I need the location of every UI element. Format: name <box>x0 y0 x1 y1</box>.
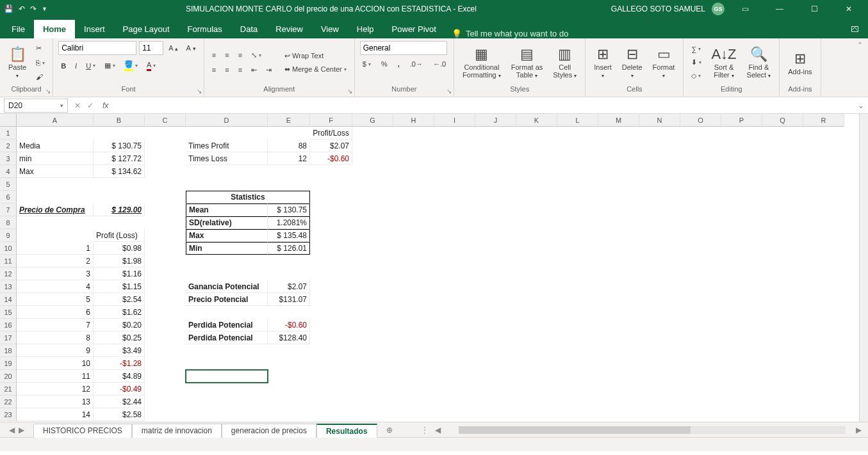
cell-A14[interactable]: 5 <box>17 293 94 306</box>
cell-E13[interactable]: $2.07 <box>268 280 310 293</box>
cell-B15[interactable]: $1.62 <box>94 306 145 319</box>
cell-E8[interactable]: 1.2081% <box>268 216 310 229</box>
cell-B19[interactable]: -$1.28 <box>94 357 145 370</box>
cell-A3[interactable]: min <box>17 152 94 165</box>
cell-F3[interactable]: -$0.60 <box>310 152 352 165</box>
format-as-table-button[interactable]: ▤Format asTable ▾ <box>508 44 546 81</box>
save-icon[interactable]: 💾 <box>4 4 13 13</box>
spreadsheet-grid[interactable]: ABCDEFGHIJKLMNOPQR 123456789101112131415… <box>0 114 868 422</box>
enter-formula-icon[interactable]: ✓ <box>87 101 94 110</box>
row-header-5[interactable]: 5 <box>0 178 17 191</box>
tab-data[interactable]: Data <box>231 20 266 38</box>
paste-button[interactable]: 📋 Paste▾ <box>5 44 29 81</box>
user-avatar[interactable]: GS <box>712 3 725 15</box>
cell-B23[interactable]: $2.58 <box>94 408 145 421</box>
col-header-R[interactable]: R <box>803 114 844 127</box>
cell-A11[interactable]: 2 <box>17 255 94 267</box>
cell-B4[interactable]: $ 134.62 <box>94 165 145 178</box>
sheet-tab-3[interactable]: Resultados <box>316 424 377 438</box>
cell-B3[interactable]: $ 127.72 <box>94 152 145 165</box>
wrap-text-button[interactable]: ↩ Wrap Text <box>282 51 349 61</box>
tab-review[interactable]: Review <box>266 20 312 38</box>
align-right-button[interactable]: ≡ <box>236 65 245 76</box>
addins-button[interactable]: ⊞Add-ins <box>785 49 815 77</box>
row-header-10[interactable]: 10 <box>0 242 17 255</box>
cell-B10[interactable]: $0.98 <box>94 242 145 255</box>
cell-B9[interactable]: Profit (Loss) <box>94 229 145 242</box>
col-header-D[interactable]: D <box>186 114 268 127</box>
cell-A23[interactable]: 14 <box>17 408 94 421</box>
row-header-15[interactable]: 15 <box>0 306 17 319</box>
cell-E14[interactable]: $131.07 <box>268 293 310 306</box>
cell-D10[interactable]: Min <box>186 242 268 255</box>
increase-indent-button[interactable]: ⇥ <box>263 65 274 76</box>
qat-dropdown-icon[interactable]: ▼ <box>42 6 47 12</box>
cell-D17[interactable]: Perdida Potencial <box>186 331 268 344</box>
col-header-M[interactable]: M <box>598 114 639 127</box>
align-top-button[interactable]: ≡ <box>209 50 218 61</box>
row-header-18[interactable]: 18 <box>0 344 17 357</box>
cell-A13[interactable]: 4 <box>17 280 94 293</box>
clipboard-launcher-icon[interactable]: ↘ <box>45 88 51 95</box>
sheet-tab-0[interactable]: HISTORICO PRECIOS <box>33 424 132 438</box>
formula-input[interactable] <box>112 99 854 113</box>
row-header-17[interactable]: 17 <box>0 331 17 344</box>
row-header-20[interactable]: 20 <box>0 370 17 383</box>
row-header-9[interactable]: 9 <box>0 229 17 242</box>
row-header-8[interactable]: 8 <box>0 216 17 229</box>
cell-D16[interactable]: Perdida Potencial <box>186 319 268 331</box>
col-header-J[interactable]: J <box>475 114 516 127</box>
shrink-font-button[interactable]: A▾ <box>183 43 198 53</box>
cell-D14[interactable]: Precio Potencial <box>186 293 268 306</box>
insert-cells-button[interactable]: ⊞Insert▾ <box>591 44 615 81</box>
cell-B14[interactable]: $2.54 <box>94 293 145 306</box>
cell-B22[interactable]: $2.44 <box>94 395 145 408</box>
comma-button[interactable]: , <box>395 59 402 69</box>
cell-A22[interactable]: 13 <box>17 395 94 408</box>
cell-A4[interactable]: Max <box>17 165 94 178</box>
cell-B20[interactable]: $4.89 <box>94 370 145 383</box>
sheet-tab-1[interactable]: matriz de innovacion <box>132 424 222 438</box>
bold-button[interactable]: B <box>58 61 69 71</box>
cell-D9[interactable]: Max <box>186 229 268 242</box>
row-header-13[interactable]: 13 <box>0 280 17 293</box>
cell-A20[interactable]: 11 <box>17 370 94 383</box>
sheet-next-icon[interactable]: ▶ <box>19 426 24 435</box>
fill-button[interactable]: ⬇▾ <box>689 57 704 68</box>
cell-B13[interactable]: $1.15 <box>94 280 145 293</box>
cell-D2[interactable]: Times Profit <box>186 140 268 152</box>
cell-B7[interactable]: $ 129.00 <box>94 204 145 216</box>
col-header-Q[interactable]: Q <box>762 114 803 127</box>
row-header-11[interactable]: 11 <box>0 255 17 267</box>
active-cell[interactable] <box>186 370 268 383</box>
cell-E7[interactable]: $ 130.75 <box>268 204 310 216</box>
sheet-tab-2[interactable]: generacion de precios <box>222 424 316 438</box>
select-all-box[interactable] <box>0 114 17 127</box>
align-left-button[interactable]: ≡ <box>209 65 218 76</box>
font-color-button[interactable]: A▾ <box>144 60 158 72</box>
orientation-button[interactable]: ⤡▾ <box>249 50 264 61</box>
cell-A2[interactable]: Media <box>17 140 94 152</box>
decrease-decimal-button[interactable]: ←.0 <box>430 59 448 69</box>
tell-me[interactable]: 💡 Tell me what you want to do <box>445 29 575 38</box>
font-size-input[interactable] <box>139 41 163 55</box>
cell-A7[interactable]: Precio de Compra <box>17 204 94 216</box>
cell-E16[interactable]: -$0.60 <box>268 319 310 331</box>
close-icon[interactable]: ✕ <box>835 4 863 13</box>
row-header-23[interactable]: 23 <box>0 408 17 421</box>
cell-A21[interactable]: 12 <box>17 383 94 395</box>
row-header-6[interactable]: 6 <box>0 191 17 204</box>
maximize-icon[interactable]: ☐ <box>800 4 828 13</box>
align-middle-button[interactable]: ≡ <box>222 50 231 61</box>
col-header-F[interactable]: F <box>310 114 352 127</box>
border-button[interactable]: ▦▾ <box>102 60 118 71</box>
sheet-prev-icon[interactable]: ◀ <box>9 426 15 435</box>
fx-icon[interactable]: fx <box>99 101 112 110</box>
tab-powerpivot[interactable]: Power Pivot <box>383 20 445 38</box>
col-header-O[interactable]: O <box>680 114 721 127</box>
row-header-7[interactable]: 7 <box>0 204 17 216</box>
cell-styles-button[interactable]: ▥CellStyles ▾ <box>550 44 580 81</box>
name-box[interactable]: D20▾ <box>4 99 68 113</box>
col-header-L[interactable]: L <box>557 114 598 127</box>
cell-F2[interactable]: $2.07 <box>310 140 352 152</box>
